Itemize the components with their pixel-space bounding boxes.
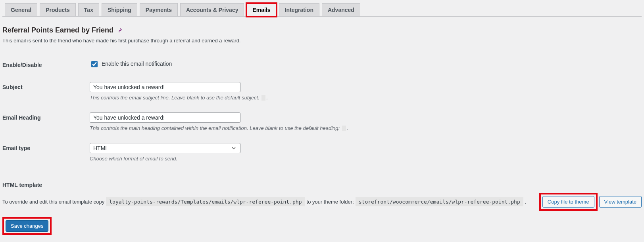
heading-input[interactable] bbox=[90, 112, 240, 123]
tab-advanced[interactable]: Advanced bbox=[322, 3, 360, 16]
template-dot: . bbox=[525, 199, 527, 205]
email-settings-form: Enable/Disable Enable this email notific… bbox=[2, 54, 642, 168]
subject-help: This controls the email subject line. Le… bbox=[90, 95, 638, 101]
email-type-help: Choose which format of email to send. bbox=[90, 156, 638, 162]
subject-default-token bbox=[261, 95, 265, 101]
template-source-path: loyalty-points-rewards/Templates/emails/… bbox=[106, 197, 305, 206]
back-icon[interactable] bbox=[118, 27, 124, 34]
enable-label: Enable/Disable bbox=[2, 54, 90, 76]
tab-tax[interactable]: Tax bbox=[78, 3, 99, 16]
settings-tabs: General Products Tax Shipping Payments A… bbox=[2, 0, 642, 17]
subject-help-post: . bbox=[266, 95, 268, 101]
heading-default-token bbox=[342, 126, 346, 131]
tab-emails[interactable]: Emails bbox=[246, 3, 276, 17]
page-title-text: Referral Points Earned by Friend bbox=[2, 26, 113, 34]
email-type-select[interactable]: HTML bbox=[90, 143, 240, 153]
email-type-label: Email type bbox=[2, 137, 90, 168]
template-dest-path: storefront/woocommerce/emails/wlpr-refer… bbox=[356, 197, 523, 206]
heading-label: Email Heading bbox=[2, 107, 90, 137]
template-text-2: to your theme folder: bbox=[307, 199, 354, 205]
tab-integration[interactable]: Integration bbox=[279, 3, 319, 16]
heading-help-pre: This controls the main heading contained… bbox=[90, 125, 340, 131]
save-changes-button[interactable]: Save changes bbox=[6, 220, 48, 232]
template-text-1: To override and edit this email template… bbox=[2, 199, 104, 205]
tab-shipping[interactable]: Shipping bbox=[102, 3, 137, 16]
tab-general[interactable]: General bbox=[5, 3, 37, 16]
tab-accounts-privacy[interactable]: Accounts & Privacy bbox=[180, 3, 244, 16]
copy-file-to-theme-button[interactable]: Copy file to theme bbox=[542, 196, 594, 208]
enable-checkbox[interactable] bbox=[91, 61, 98, 67]
heading-help-post: . bbox=[347, 125, 348, 131]
enable-checkbox-text: Enable this email notification bbox=[102, 61, 172, 67]
html-template-label: HTML template bbox=[2, 182, 642, 188]
subject-input[interactable] bbox=[90, 82, 240, 92]
subject-label: Subject bbox=[2, 76, 90, 107]
tab-payments[interactable]: Payments bbox=[140, 3, 178, 16]
view-template-button[interactable]: View template bbox=[599, 196, 642, 208]
html-template-section: HTML template To override and edit this … bbox=[2, 182, 642, 211]
heading-help: This controls the main heading contained… bbox=[90, 125, 638, 131]
save-button-highlight: Save changes bbox=[2, 217, 52, 235]
tab-products[interactable]: Products bbox=[40, 3, 76, 16]
page-description: This email is sent to the friend who hav… bbox=[2, 38, 642, 44]
copy-button-highlight: Copy file to theme bbox=[539, 193, 598, 211]
page-title: Referral Points Earned by Friend bbox=[2, 26, 642, 34]
enable-checkbox-label[interactable]: Enable this email notification bbox=[90, 61, 172, 67]
html-template-line: To override and edit this email template… bbox=[2, 193, 642, 211]
subject-help-pre: This controls the email subject line. Le… bbox=[90, 95, 260, 101]
